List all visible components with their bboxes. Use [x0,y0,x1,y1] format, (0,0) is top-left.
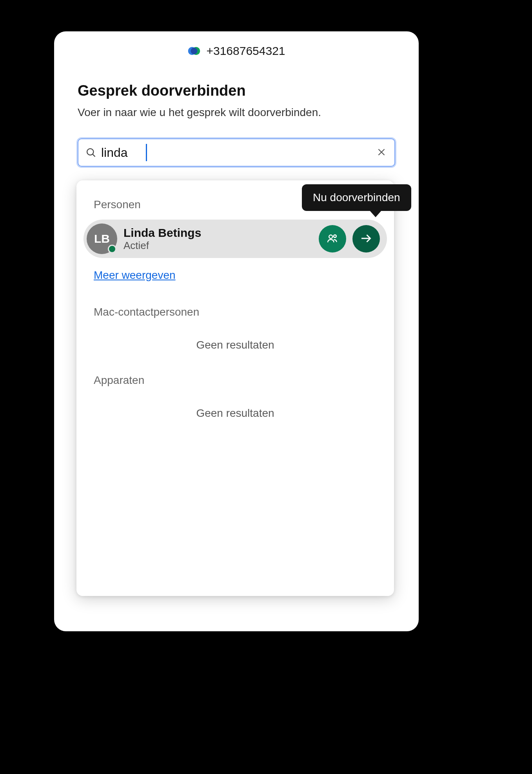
current-call-number: +31687654321 [206,44,285,58]
person-status: Actief [123,240,312,251]
webex-logo-icon [187,44,201,58]
svg-point-3 [87,149,93,155]
svg-point-8 [334,234,336,237]
close-icon [376,147,387,158]
devices-no-results: Geen resultaten [76,393,394,436]
search-field[interactable] [78,138,395,167]
page-title: Gesprek doorverbinden [78,82,395,99]
svg-line-4 [93,154,95,157]
text-caret [146,144,147,161]
person-name: Linda Betings [123,226,312,239]
search-wrap [78,138,395,167]
transfer-now-button[interactable] [352,225,380,253]
search-results-panel: Personen LB Linda Betings Actief [76,180,394,596]
mac-contacts-no-results: Geen resultaten [76,325,394,368]
show-more-people-link[interactable]: Meer weergeven [94,269,176,282]
person-text: Linda Betings Actief [123,226,312,251]
avatar: LB [87,223,117,254]
section-label-devices: Apparaten [76,368,394,393]
tooltip-text: Nu doorverbinden [313,191,400,203]
avatar-initials: LB [94,232,110,245]
section-label-mac-contacts: Mac-contactpersonen [76,300,394,325]
person-result-row[interactable]: LB Linda Betings Actief [84,220,387,258]
presence-active-icon [108,245,116,253]
search-input[interactable] [96,145,376,160]
clear-search-button[interactable] [376,147,387,158]
transfer-now-tooltip: Nu doorverbinden [302,184,411,211]
page-subtitle: Voer in naar wie u het gesprek wilt door… [78,106,395,119]
arrow-right-icon [359,231,373,247]
people-icon [326,232,339,246]
svg-point-2 [191,48,198,55]
svg-point-7 [329,235,332,238]
search-icon [85,147,96,158]
titlebar: +31687654321 [54,39,419,63]
header: Gesprek doorverbinden Voer in naar wie u… [54,63,419,119]
consult-first-button[interactable] [319,225,346,253]
